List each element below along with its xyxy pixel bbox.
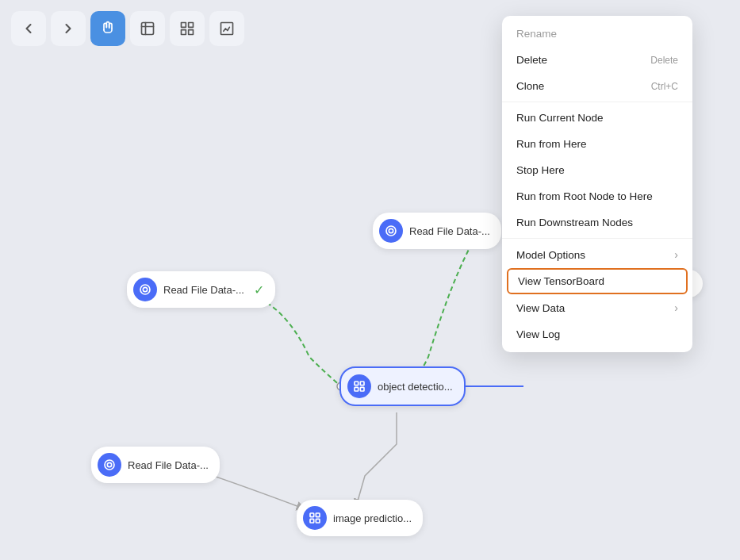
svg-point-10 [386, 226, 396, 236]
select-tool-button[interactable] [130, 11, 165, 46]
menu-rename-label: Rename [516, 28, 557, 40]
svg-rect-0 [142, 23, 154, 35]
svg-rect-18 [310, 513, 314, 517]
svg-rect-19 [316, 513, 320, 517]
menu-divider-1 [502, 102, 692, 102]
menu-view-data-arrow: › [674, 301, 678, 314]
menu-item-rename[interactable]: Rename [502, 21, 692, 47]
hand-tool-button[interactable] [90, 11, 125, 46]
svg-rect-2 [189, 23, 194, 28]
svg-point-8 [140, 285, 150, 294]
svg-point-16 [105, 460, 114, 470]
menu-delete-label: Delete [516, 54, 547, 66]
back-button[interactable] [11, 11, 46, 46]
node-icon-5 [303, 506, 327, 530]
menu-item-view-data[interactable]: View Data › [502, 294, 692, 321]
svg-point-9 [143, 287, 147, 291]
menu-item-delete[interactable]: Delete Delete [502, 47, 692, 73]
node-object-detection[interactable]: object detectio... [339, 366, 466, 406]
menu-view-log-label: View Log [516, 328, 560, 340]
node-read-file-data-2[interactable]: Read File Data-... [373, 213, 501, 249]
menu-model-options-arrow: › [674, 248, 678, 261]
svg-rect-21 [316, 519, 320, 523]
svg-point-11 [389, 228, 393, 232]
chart-button[interactable] [209, 11, 244, 46]
menu-run-root-label: Run from Root Node to Here [516, 190, 653, 202]
node-label-4: Read File Data-... [128, 459, 209, 471]
menu-run-downstream-label: Run Downstream Nodes [516, 217, 633, 228]
menu-item-run-from-here[interactable]: Run from Here [502, 131, 692, 157]
menu-clone-shortcut: Ctrl+C [651, 81, 678, 92]
svg-rect-1 [182, 23, 186, 28]
menu-item-run-current[interactable]: Run Current Node [502, 105, 692, 131]
menu-view-tensorboard-label: View TensorBoard [518, 275, 604, 287]
grid-button[interactable] [170, 11, 205, 46]
node-label-2: Read File Data-... [409, 225, 490, 237]
toolbar [11, 11, 244, 46]
menu-clone-label: Clone [516, 80, 544, 92]
node-image-prediction[interactable]: image predictio... [297, 500, 423, 536]
node-icon-2 [379, 219, 403, 243]
menu-item-stop-here[interactable]: Stop Here [502, 157, 692, 183]
menu-model-options-label: Model Options [516, 249, 585, 261]
svg-rect-5 [221, 23, 233, 35]
menu-item-run-downstream[interactable]: Run Downstream Nodes [502, 209, 692, 236]
menu-item-model-options[interactable]: Model Options › [502, 241, 692, 268]
svg-rect-4 [189, 30, 194, 35]
context-menu: Rename Delete Delete Clone Ctrl+C Run Cu… [502, 16, 692, 352]
node-read-file-data-3[interactable]: Read File Data-... [91, 447, 220, 483]
menu-item-view-tensorboard[interactable]: View TensorBoard [507, 268, 688, 294]
forward-button[interactable] [51, 11, 86, 46]
node-check-1: ✓ [254, 282, 264, 297]
menu-stop-here-label: Stop Here [516, 164, 565, 176]
menu-run-current-label: Run Current Node [516, 112, 604, 124]
svg-rect-13 [360, 382, 364, 385]
node-label-5: image predictio... [333, 512, 412, 524]
menu-view-data-label: View Data [516, 302, 565, 314]
node-icon-1 [133, 278, 157, 301]
svg-rect-20 [310, 519, 314, 523]
menu-item-run-root[interactable]: Run from Root Node to Here [502, 183, 692, 209]
menu-delete-shortcut: Delete [650, 55, 678, 66]
node-icon-3 [347, 374, 371, 398]
node-label-3: object detectio... [378, 381, 453, 393]
svg-rect-3 [182, 30, 186, 35]
node-label-1: Read File Data-... [163, 284, 244, 296]
svg-rect-15 [360, 387, 364, 391]
menu-item-view-log[interactable]: View Log [502, 321, 692, 347]
menu-divider-2 [502, 238, 692, 239]
menu-run-from-here-label: Run from Here [516, 138, 587, 150]
menu-item-clone[interactable]: Clone Ctrl+C [502, 73, 692, 99]
svg-rect-12 [355, 382, 358, 385]
node-read-file-data-1[interactable]: Read File Data-... ✓ [127, 271, 275, 308]
svg-point-17 [107, 462, 111, 466]
node-icon-4 [98, 453, 121, 477]
svg-rect-14 [355, 387, 358, 391]
